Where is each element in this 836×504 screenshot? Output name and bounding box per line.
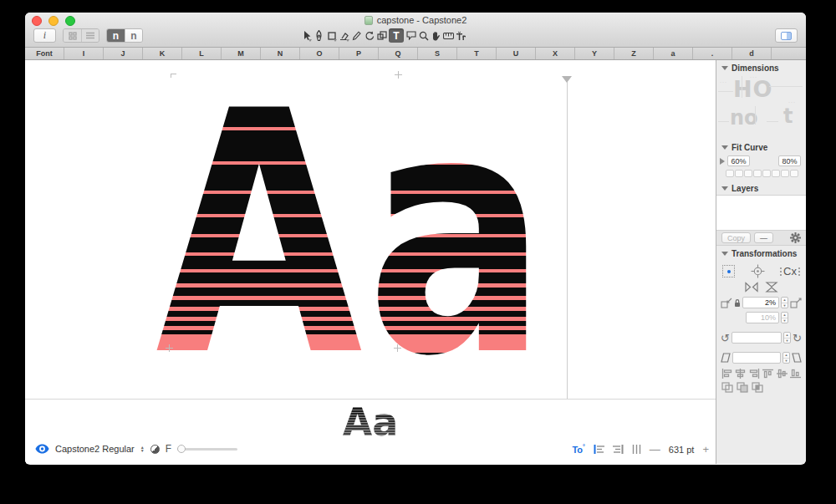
layers-header[interactable]: Layers	[716, 181, 806, 195]
zoom-tool[interactable]	[418, 28, 429, 43]
fit-curve-step-5[interactable]	[762, 170, 771, 177]
fit-curve-header[interactable]: Fit Curve	[716, 140, 806, 154]
tab-I[interactable]: I	[64, 48, 104, 59]
union-paths-icon[interactable]	[721, 382, 733, 393]
tab-N[interactable]: N	[261, 48, 300, 59]
scale-stepper[interactable]: ▲▼	[781, 297, 788, 308]
list-view-icon[interactable]	[81, 29, 99, 42]
rotate-cw-icon[interactable]: ↻	[793, 333, 802, 344]
n-light-button[interactable]: n	[125, 29, 142, 42]
flipped-preview-icon[interactable]: F	[166, 443, 171, 455]
slant-stepper[interactable]: ▲▼	[782, 352, 790, 364]
scale-tool[interactable]	[376, 28, 387, 43]
zoom-out-button[interactable]: —	[650, 443, 660, 456]
edited-glyphs-Aa[interactable]: Aa	[155, 68, 551, 399]
copy-layer-button[interactable]: Copy	[721, 232, 751, 243]
tab-P[interactable]: P	[339, 48, 379, 59]
fit-curve-step-8[interactable]	[790, 170, 798, 177]
text-tool[interactable]: T	[389, 28, 404, 43]
rotate-ccw-icon[interactable]: ↺	[721, 333, 730, 344]
select-tool[interactable]	[301, 28, 312, 43]
tab-d[interactable]: d	[732, 48, 772, 59]
instance-selector[interactable]: Capstone2 Regular	[55, 444, 135, 454]
tab-L[interactable]: L	[182, 48, 222, 59]
transform-origin-selector[interactable]	[722, 265, 735, 277]
transformations-header[interactable]: Transformations	[716, 246, 806, 260]
fit-curve-step-4[interactable]	[753, 170, 762, 177]
rotate-angle-field[interactable]: .	[732, 332, 782, 344]
intersect-paths-icon[interactable]	[752, 382, 763, 393]
glyph-edit-canvas[interactable]: Aa	[25, 60, 716, 399]
align-top-icon[interactable]	[762, 369, 773, 379]
align-right-icon[interactable]	[749, 369, 760, 379]
align-bottom-icon[interactable]	[790, 369, 801, 379]
tab-Q[interactable]: Q	[379, 48, 418, 59]
fit-curve-step-6[interactable]	[772, 170, 780, 177]
preview-size-slider[interactable]	[177, 445, 237, 453]
tab-M[interactable]: M	[222, 48, 261, 59]
flip-horizontal-icon[interactable]	[745, 282, 758, 293]
kerning-tool[interactable]	[456, 28, 466, 43]
erase-tool[interactable]	[339, 28, 349, 43]
fit-curve-max-field[interactable]: 80%	[778, 155, 801, 166]
fit-curve-step-2[interactable]	[735, 170, 743, 177]
measurement-tool[interactable]	[443, 28, 454, 43]
grid-view-icon[interactable]	[64, 29, 81, 42]
scale-vertical-stepper[interactable]: ▲▼	[781, 312, 788, 323]
draw-pen-tool[interactable]	[314, 28, 324, 43]
tab-O[interactable]: O	[300, 48, 339, 59]
fit-curve-step-1[interactable]	[726, 170, 734, 177]
tab-K[interactable]: K	[143, 48, 182, 59]
subtract-paths-icon[interactable]	[737, 382, 748, 393]
tab-.[interactable]: .	[693, 48, 732, 59]
scale-down-icon[interactable]	[721, 298, 732, 308]
fit-curve-step-3[interactable]	[744, 170, 752, 177]
dimensions-header[interactable]: Dimensions	[716, 60, 806, 74]
remove-layer-button[interactable]: —	[754, 232, 773, 243]
align-center-vertical-icon[interactable]	[777, 369, 788, 379]
tab-S[interactable]: S	[418, 48, 457, 59]
tab-Y[interactable]: Y	[575, 48, 614, 59]
fit-curve-expand-icon[interactable]	[720, 158, 725, 165]
tab-Z[interactable]: Z	[614, 48, 654, 59]
hand-tool[interactable]	[431, 28, 441, 43]
zoom-in-button[interactable]: +	[702, 443, 709, 456]
gear-icon[interactable]	[790, 232, 801, 243]
slant-right-icon[interactable]	[792, 353, 802, 363]
fit-curve-step-7[interactable]	[781, 170, 789, 177]
tab-U[interactable]: U	[497, 48, 536, 59]
pencil-tool[interactable]	[351, 28, 362, 43]
tab-T[interactable]: T	[457, 48, 497, 59]
n-dark-button[interactable]: n	[107, 29, 125, 42]
tab-a[interactable]: a	[654, 48, 693, 59]
scale-up-icon[interactable]	[790, 298, 802, 308]
rotate-stepper[interactable]: ▲▼	[783, 332, 791, 344]
tab-X[interactable]: X	[536, 48, 575, 59]
reference-point-icon[interactable]	[751, 264, 765, 278]
flip-vertical-icon[interactable]	[765, 282, 778, 293]
tab-Font[interactable]: Font	[25, 48, 64, 59]
align-center-horizontal-icon[interactable]	[735, 369, 746, 379]
slant-angle-field[interactable]: .	[732, 352, 781, 364]
tab-J[interactable]: J	[104, 48, 143, 59]
primitives-tool[interactable]	[326, 28, 337, 43]
fit-curve-min-field[interactable]: 60%	[727, 155, 750, 166]
info-button[interactable]: i	[33, 28, 56, 43]
transform-metrics-reference[interactable]: Cx	[780, 265, 800, 277]
sidebar-toggle-button[interactable]	[775, 28, 798, 43]
preview-eye-icon[interactable]	[35, 444, 49, 454]
spacing-toggle-icon[interactable]	[594, 445, 604, 454]
layers-list[interactable]	[716, 195, 806, 231]
slant-left-icon[interactable]	[721, 353, 731, 363]
text-cursor-triangle[interactable]	[562, 76, 572, 83]
annotation-tool[interactable]	[405, 28, 416, 43]
scale-percent-field[interactable]: 2%	[742, 297, 779, 308]
rotate-tool[interactable]	[364, 28, 375, 43]
kerning-toggle[interactable]: To°	[572, 444, 584, 455]
blur-preview-icon[interactable]	[150, 445, 160, 454]
slider-knob[interactable]	[177, 445, 186, 453]
point-size-value[interactable]: 631 pt	[669, 445, 695, 455]
align-text-icon[interactable]	[613, 445, 624, 454]
vertical-layout-icon[interactable]	[632, 445, 641, 454]
scale-vertical-field[interactable]: 10%	[746, 312, 779, 323]
